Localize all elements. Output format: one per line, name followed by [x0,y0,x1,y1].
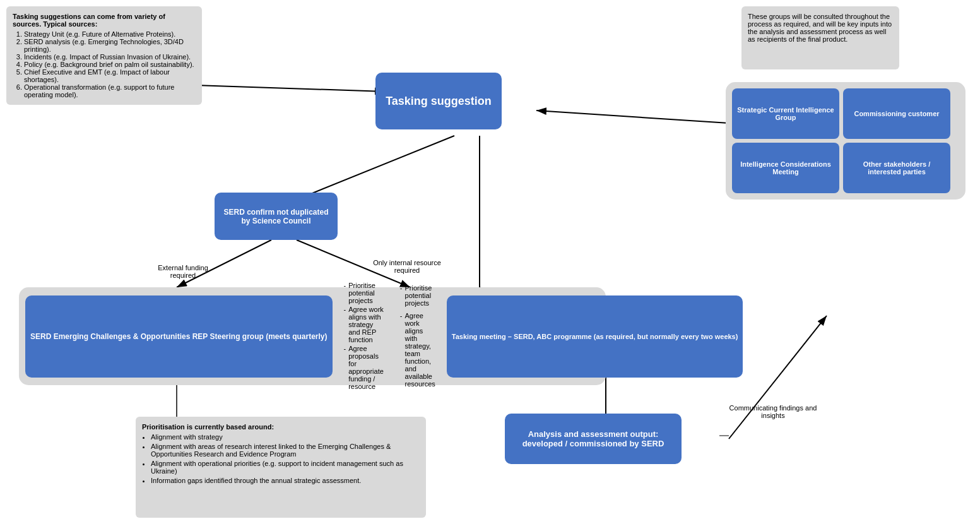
tasking-suggestion-box: Tasking suggestion [375,73,502,129]
scig-box: Strategic Current Intelligence Group [732,88,839,139]
list-item: Strategy Unit (e.g. Future of Alternativ… [24,30,196,38]
tasking-sources-list: Strategy Unit (e.g. Future of Alternativ… [24,30,196,98]
serd-confirm-box: SERD confirm not duplicated by Science C… [215,193,338,240]
commissioning-box: Commissioning customer [843,88,950,139]
list-item: Operational transformation (e.g. support… [24,83,196,98]
list-item: Information gaps identified through the … [151,477,420,484]
stakeholders-note-text: These groups will be consulted throughou… [748,13,892,43]
list-item: Policy (e.g. Background brief on palm oi… [24,61,196,68]
serd-confirm-label: SERD confirm not duplicated by Science C… [220,208,333,225]
communicating-label: Communicating findings and insights [729,404,817,419]
list-item: Alignment with areas of research interes… [151,443,420,458]
serd-inner: SERD Emerging Challenges & Opportunities… [19,287,606,385]
tasking-sources-title: Tasking suggestions can come from variet… [13,13,196,28]
serd-left-bullets: - Prioritise potential projects - Agree … [339,282,389,391]
list-item: SERD analysis (e.g. Emerging Technologie… [24,38,196,53]
list-item: - Agree work aligns with strategy, team … [400,312,435,388]
tasking-sources-note: Tasking suggestions can come from variet… [6,6,202,105]
list-item: Alignment with strategy [151,433,420,441]
icm-box: Intelligence Considerations Meeting [732,143,839,193]
svg-line-1 [536,110,729,123]
serd-large-container: SERD Emerging Challenges & Opportunities… [19,287,606,385]
list-item: - Agree proposals for appropriate fundin… [344,345,384,390]
tasking-meeting-label: Tasking meeting – SERD, ABC programme (a… [452,333,738,340]
prioritisation-title: Prioritisation is currently based around… [142,423,420,431]
analysis-output-box: Analysis and assessment output: develope… [505,414,682,464]
tasking-suggestion-label: Tasking suggestion [386,95,492,108]
prioritisation-note: Prioritisation is currently based around… [136,417,426,518]
stakeholder-container: Strategic Current Intelligence Group Com… [726,82,965,200]
stakeholders-note-box: These groups will be consulted throughou… [741,6,899,69]
serd-right-bullets: - Prioritise potential projects - Agree … [395,284,440,389]
list-item: - Prioritise potential projects [400,284,435,307]
svg-line-0 [196,85,385,92]
serd-steering-box: SERD Emerging Challenges & Opportunities… [25,295,333,378]
prioritisation-list: Alignment with strategy Alignment with a… [151,433,420,484]
analysis-output-label: Analysis and assessment output: develope… [510,429,676,448]
tasking-meeting-box: Tasking meeting – SERD, ABC programme (a… [447,295,743,378]
diagram-container: Tasking suggestions can come from variet… [0,0,980,531]
list-item: Incidents (e.g. Impact of Russian Invasi… [24,53,196,61]
list-item: - Agree work aligns with strategy and RE… [344,306,384,343]
list-item: - Prioritise potential projects [344,282,384,304]
serd-steering-label: SERD Emerging Challenges & Opportunities… [30,332,328,341]
external-funding-label: External funding required [148,264,218,279]
other-stakeholders-box: Other stakeholders / interested parties [843,143,950,193]
svg-line-8 [729,316,827,439]
stakeholder-inner-container: Strategic Current Intelligence Group Com… [726,82,965,200]
only-internal-label: Only internal resource required [372,259,442,274]
list-item: Alignment with operational priorities (e… [151,460,420,475]
list-item: Chief Executive and EMT (e.g. Impact of … [24,68,196,83]
